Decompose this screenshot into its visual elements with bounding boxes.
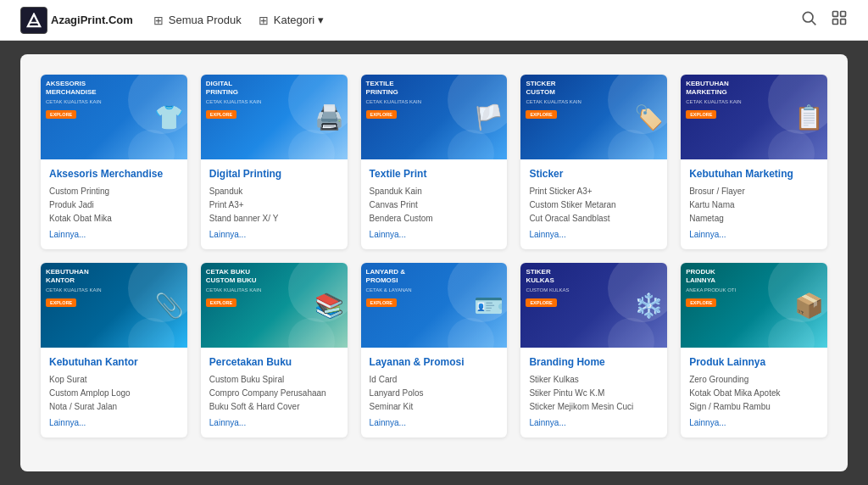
product-card-produk-lainnya[interactable]: Produk Lainnya ANEKA PRODUK OTI EXPLORE … [681, 263, 827, 438]
card-items-branding-home: Stiker KulkasStiker Pintu Wc K.MSticker … [529, 373, 659, 414]
card-image-title-aksesoris-merchandise: Aksesoris Merchandise [46, 80, 101, 98]
card-more-layanan-promosi[interactable]: Lainnya... [370, 418, 406, 427]
card-image-kebutuhan-marketing: Kebutuhan Marketing CETAK KUALITAS KAIN … [681, 75, 827, 159]
card-more-textile-print[interactable]: Lainnya... [370, 230, 406, 239]
card-badge-layanan-promosi: EXPLORE [366, 298, 397, 307]
card-body-sticker: Sticker Print Sticker A3+Custom Stiker M… [520, 159, 667, 249]
svg-rect-6 [833, 20, 838, 25]
search-icon[interactable] [800, 9, 817, 31]
product-card-branding-home[interactable]: Stiker Kulkas CUSTOM KULKAS EXPLORE ❄️ B… [520, 263, 667, 438]
card-image-title-branding-home: Stiker Kulkas [526, 268, 559, 286]
card-body-aksesoris-merchandise: Aksesoris Merchandise Custom PrintingPro… [41, 159, 187, 249]
card-image-title-kebutuhan-kantor: Kebutuhan Kantor [46, 268, 90, 286]
card-body-produk-lainnya: Produk Lainnya Zero GroundingKotak Obat … [681, 348, 827, 438]
card-item: Id Card [370, 373, 499, 387]
card-body-percetakan-buku: Percetakan Buku Custom Buku SpiralCompro… [201, 348, 348, 438]
card-image-subtitle-percetakan-buku: CETAK KUALITAS KAIN [206, 287, 303, 293]
card-body-layanan-promosi: Layanan & Promosi Id CardLanyard PolosSe… [361, 348, 508, 438]
card-item: Kop Surat [49, 373, 179, 387]
svg-line-3 [812, 21, 816, 25]
card-image-title-percetakan-buku: Cetak Buku Custom Buku [206, 268, 264, 286]
card-badge-produk-lainnya: EXPLORE [686, 298, 716, 307]
card-more-aksesoris-merchandise[interactable]: Lainnya... [49, 230, 86, 239]
card-category-kebutuhan-kantor: Kebutuhan Kantor [49, 356, 179, 368]
card-image-subtitle-layanan-promosi: CETAK & LAYANAN [366, 287, 439, 293]
product-card-percetakan-buku[interactable]: Cetak Buku Custom Buku CETAK KUALITAS KA… [201, 263, 348, 438]
card-item: Seminar Kit [370, 400, 499, 414]
logo-icon [20, 7, 47, 34]
card-item: Print Sticker A3+ [529, 185, 659, 198]
card-image-textile-print: Textile Printing CETAK KUALITAS KAIN EXP… [361, 75, 508, 159]
card-body-digital-printing: Digital Printing SpandukPrint A3+Stand b… [201, 159, 348, 249]
card-image-title-kebutuhan-marketing: Kebutuhan Marketing [686, 80, 737, 98]
product-grid: Aksesoris Merchandise CETAK KUALITAS KAI… [41, 75, 827, 438]
logo-text: AzagiPrint.Com [51, 14, 133, 26]
card-category-percetakan-buku: Percetakan Buku [209, 356, 339, 368]
nav-kategori-label: Kategori ▾ [274, 14, 324, 26]
card-more-branding-home[interactable]: Lainnya... [529, 418, 565, 427]
card-image-title-textile-print: Textile Printing [366, 80, 403, 98]
card-category-sticker: Sticker [529, 168, 659, 180]
card-image-subtitle-kebutuhan-marketing: CETAK KUALITAS KAIN [686, 99, 771, 104]
card-item: Custom Amplop Logo [49, 387, 179, 400]
card-badge-sticker: EXPLORE [526, 110, 556, 119]
card-image-title-layanan-promosi: Lanyard & Promosi [366, 268, 410, 286]
card-item: Stand banner X/ Y [209, 212, 339, 226]
card-image-subtitle-branding-home: CUSTOM KULKAS [526, 287, 581, 293]
product-card-aksesoris-merchandise[interactable]: Aksesoris Merchandise CETAK KUALITAS KAI… [41, 75, 187, 249]
card-item: Produk Jadi [49, 198, 179, 212]
product-card-kebutuhan-kantor[interactable]: Kebutuhan Kantor CETAK KUALITAS KAIN EXP… [41, 263, 187, 438]
card-image-kebutuhan-kantor: Kebutuhan Kantor CETAK KUALITAS KAIN EXP… [41, 263, 187, 348]
card-item: Custom Printing [49, 185, 179, 198]
card-item: Nota / Surat Jalan [49, 400, 179, 414]
header: AzagiPrint.Com ⊞ Semua Produk ⊞ Kategori… [0, 0, 868, 41]
card-badge-kebutuhan-marketing: EXPLORE [686, 110, 716, 119]
product-card-layanan-promosi[interactable]: Lanyard & Promosi CETAK & LAYANAN EXPLOR… [361, 263, 508, 438]
card-more-sticker[interactable]: Lainnya... [529, 230, 565, 239]
card-more-percetakan-buku[interactable]: Lainnya... [209, 418, 246, 427]
card-image-subtitle-kebutuhan-kantor: CETAK KUALITAS KAIN [46, 287, 120, 293]
card-image-title-sticker: Sticker Custom [526, 80, 562, 98]
card-category-aksesoris-merchandise: Aksesoris Merchandise [49, 168, 179, 180]
card-image-subtitle-digital-printing: CETAK KUALITAS KAIN [206, 99, 267, 104]
card-items-kebutuhan-marketing: Brosur / FlayerKartu NamaNametag [689, 185, 819, 226]
product-card-kebutuhan-marketing[interactable]: Kebutuhan Marketing CETAK KUALITAS KAIN … [681, 75, 827, 249]
card-body-textile-print: Textile Print Spanduk KainCanvas PrintBe… [361, 159, 508, 249]
card-more-kebutuhan-kantor[interactable]: Lainnya... [49, 418, 86, 427]
card-items-sticker: Print Sticker A3+Custom Stiker MetaranCu… [529, 185, 659, 226]
card-item: Custom Stiker Metaran [529, 198, 659, 212]
svg-point-2 [803, 12, 813, 22]
card-item: Brosur / Flayer [689, 185, 819, 198]
main-nav: ⊞ Semua Produk ⊞ Kategori ▾ [153, 14, 780, 27]
nav-semua-produk-label: Semua Produk [169, 14, 242, 26]
semua-produk-icon: ⊞ [153, 14, 164, 27]
card-more-kebutuhan-marketing[interactable]: Lainnya... [689, 230, 726, 239]
card-badge-branding-home: EXPLORE [526, 298, 556, 307]
card-more-digital-printing[interactable]: Lainnya... [209, 230, 246, 239]
card-more-produk-lainnya[interactable]: Lainnya... [689, 418, 726, 427]
card-item: Buku Soft & Hard Cover [209, 400, 339, 414]
product-card-textile-print[interactable]: Textile Printing CETAK KUALITAS KAIN EXP… [361, 75, 508, 249]
product-card-digital-printing[interactable]: Digital Printing CETAK KUALITAS KAIN EXP… [201, 75, 348, 249]
product-card-sticker[interactable]: Sticker Custom CETAK KUALITAS KAIN EXPLO… [520, 75, 667, 249]
main-content: Aksesoris Merchandise CETAK KUALITAS KAI… [20, 54, 848, 471]
card-badge-percetakan-buku: EXPLORE [206, 298, 236, 307]
card-item: Kotak Obat Mika [49, 212, 179, 226]
card-body-kebutuhan-marketing: Kebutuhan Marketing Brosur / FlayerKartu… [681, 159, 827, 249]
card-item: Canvas Print [370, 198, 499, 212]
header-actions [800, 9, 848, 31]
logo[interactable]: AzagiPrint.Com [20, 7, 133, 34]
card-item: Custom Buku Spiral [209, 373, 339, 387]
card-item: Compro Company Perusahaan [209, 387, 339, 400]
svg-marker-0 [28, 14, 40, 25]
card-items-digital-printing: SpandukPrint A3+Stand banner X/ Y [209, 185, 339, 226]
card-image-branding-home: Stiker Kulkas CUSTOM KULKAS EXPLORE ❄️ [520, 263, 667, 348]
nav-semua-produk[interactable]: ⊞ Semua Produk [153, 14, 242, 27]
card-item: Spanduk Kain [370, 185, 499, 198]
card-image-aksesoris-merchandise: Aksesoris Merchandise CETAK KUALITAS KAI… [41, 75, 187, 159]
card-image-digital-printing: Digital Printing CETAK KUALITAS KAIN EXP… [201, 75, 348, 159]
nav-kategori[interactable]: ⊞ Kategori ▾ [259, 14, 324, 27]
card-category-layanan-promosi: Layanan & Promosi [370, 356, 499, 368]
card-item: Lanyard Polos [370, 387, 499, 400]
profile-icon[interactable] [831, 9, 848, 31]
